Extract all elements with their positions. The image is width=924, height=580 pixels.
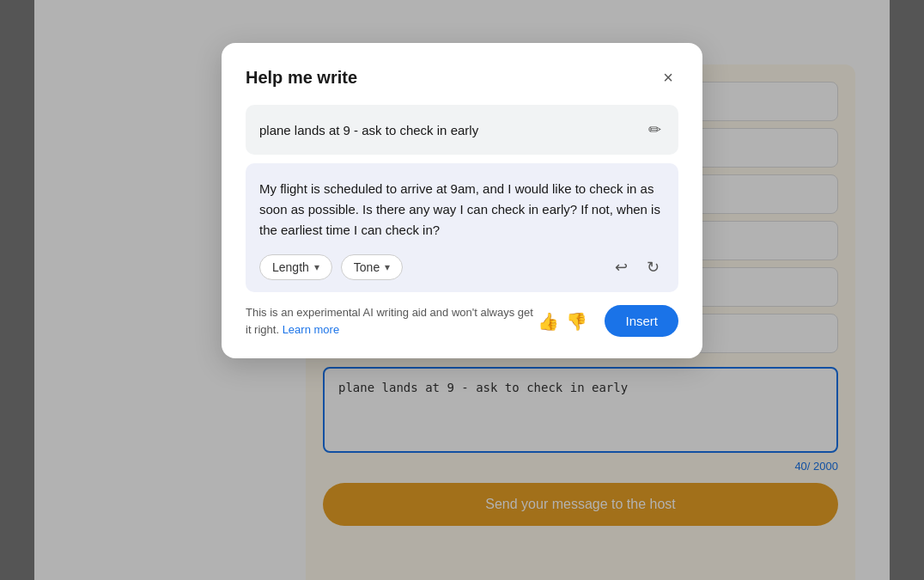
feedback-icons: 👍 👎 — [538, 311, 587, 332]
tone-dropdown[interactable]: Tone ▾ — [341, 254, 403, 280]
undo-icon: ↩ — [615, 259, 628, 276]
controls-row: Length ▾ Tone ▾ ↩ ↻ — [259, 254, 665, 280]
tone-label: Tone — [354, 260, 380, 274]
modal-footer: This is an experimental AI writing aid a… — [246, 304, 678, 338]
length-dropdown-arrow: ▾ — [314, 261, 319, 273]
footer-text: This is an experimental AI writing aid a… — [246, 304, 538, 338]
insert-button[interactable]: Insert — [605, 305, 678, 337]
redo-icon: ↻ — [647, 259, 660, 276]
help-me-write-modal: Help me write × plane lands at 9 - ask t… — [222, 43, 702, 358]
close-button[interactable]: × — [658, 67, 678, 88]
tone-dropdown-arrow: ▾ — [385, 261, 390, 273]
modal-title: Help me write — [246, 68, 357, 88]
redo-button[interactable]: ↻ — [641, 254, 665, 280]
thumbup-icon[interactable]: 👍 — [538, 311, 559, 332]
length-label: Length — [272, 260, 309, 274]
length-dropdown[interactable]: Length ▾ — [259, 254, 332, 280]
edit-icon[interactable]: ✏ — [645, 117, 665, 143]
undo-button[interactable]: ↩ — [610, 254, 633, 280]
learn-more-link[interactable]: Learn more — [283, 323, 339, 336]
input-display-text: plane lands at 9 - ask to check in early — [259, 123, 645, 137]
thumbdown-icon[interactable]: 👎 — [566, 311, 587, 332]
input-display-area: plane lands at 9 - ask to check in early… — [246, 105, 678, 155]
generated-text: My flight is scheduled to arrive at 9am,… — [259, 179, 665, 241]
generated-area: My flight is scheduled to arrive at 9am,… — [246, 163, 678, 292]
modal-overlay: Help me write × plane lands at 9 - ask t… — [0, 0, 924, 580]
modal-header: Help me write × — [246, 67, 678, 88]
